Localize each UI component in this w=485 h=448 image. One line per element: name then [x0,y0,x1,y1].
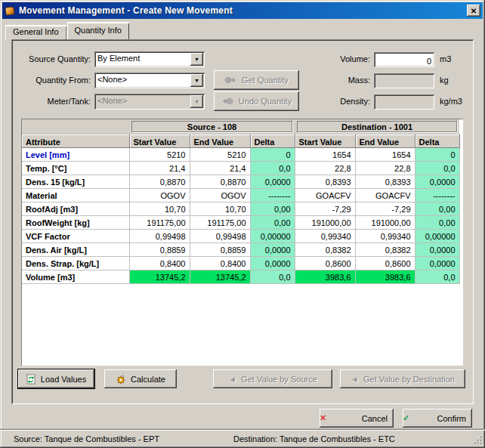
delta-cell: 0,0000 [250,243,295,257]
delta-cell: 0,0 [415,270,459,284]
value-cell: 0,8400 [190,257,250,270]
table-row[interactable]: RoofAdj [m3]10,7010,700,00-7,29-7,290,00 [22,202,459,216]
calculate-button[interactable]: Calculate [104,369,177,388]
value-cell: 0,8859 [190,243,250,257]
calculator-gear-icon [116,374,126,385]
value-cell: 13745,2 [190,270,250,284]
delta-cell: 0,0 [250,162,295,175]
get-value-by-destination-label: Get Value by Destination [363,375,455,384]
value-cell: 0,8859 [129,243,190,257]
value-cell: 0,8382 [295,243,355,257]
group-header-spacer [22,119,129,134]
attribute-label: Volume [m3] [22,270,129,284]
calculate-label: Calculate [131,375,165,384]
tab-quantity-info[interactable]: Quantity Info [67,22,129,39]
table-row[interactable]: Level [mm]521052100165416540 [22,148,459,162]
value-cell: 0,8870 [129,175,190,189]
delta-cell: -------- [415,189,459,202]
group-header-source: Source - 108 [131,121,292,132]
table-row[interactable]: Dens. Air [kg/L]0,88590,88590,00000,8382… [22,243,459,257]
status-source: Source: Tanque de Combustibles - EPT [14,434,159,443]
column-header-attribute: Attribute [22,134,129,148]
delta-cell: 0 [415,148,459,162]
meter-tank-select[interactable]: <None> ▼ [94,94,205,110]
attribute-grid[interactable]: Source - 108 Destination - 1001 Attribut… [21,119,463,366]
attribute-label: Material [22,189,129,202]
cancel-x-icon: ✕ [320,413,326,423]
value-cell: 10,70 [129,202,190,216]
table-row[interactable]: MaterialOGOVOGOV--------GOACFVGOACFV----… [22,189,459,202]
app-icon [5,5,16,16]
tab-general-info[interactable]: General Info [5,25,66,39]
column-header-start-value: Start Value [295,134,355,148]
delta-cell: 0,0 [415,162,459,175]
value-cell: -7,29 [295,202,355,216]
get-value-by-source-label: Get Value by Source [241,375,317,384]
cancel-button[interactable]: ✕ Cancel [320,409,394,428]
delta-cell: 0,00000 [415,230,459,243]
volume-input[interactable] [374,52,434,67]
value-cell: 0,99340 [295,230,355,243]
attribute-label: Dens. Strap. [kg/L] [22,257,129,270]
table-row[interactable]: RoofWeight [kg]191175,00191175,000,00191… [22,216,459,230]
value-cell: 0,99340 [355,230,415,243]
column-header-end-value: End Value [355,134,415,148]
value-cell: 0,8600 [355,257,415,270]
load-values-button[interactable]: Load Values [18,369,94,388]
value-cell: 0,8400 [129,257,190,270]
meter-tank-value: <None> [94,94,189,110]
get-value-by-destination-button[interactable]: ◄ Get Value by Destination [340,369,465,388]
delta-cell: 0,0000 [250,257,295,270]
get-quantity-label: Get Quantity [242,76,289,85]
value-cell: OGOV [190,189,250,202]
value-cell: 5210 [190,148,250,162]
delta-cell: 0,0000 [415,257,459,270]
value-cell: 3983,6 [295,270,355,284]
value-cell: 0,8870 [190,175,250,189]
status-destination: Destination: Tanque de Combustibles - ET… [233,434,395,443]
column-header-end-value: End Value [190,134,250,148]
resize-grip[interactable] [474,436,483,446]
density-label: Density: [298,97,370,106]
source-quantity-label: Source Quantity: [19,54,91,63]
density-input[interactable] [374,94,434,110]
table-row[interactable]: Dens. 15 [kg/L]0,88700,88700,00000,83930… [22,175,459,189]
undo-quantity-button[interactable]: Undo Quantity [214,91,299,111]
tab-label: General Info [13,27,59,36]
quantity-from-select[interactable]: <None> ▼ [94,73,205,88]
delta-cell: 0,00 [250,202,295,216]
table-row[interactable]: Volume [m3]13745,213745,20,03983,63983,6… [22,270,459,284]
get-quantity-button[interactable]: Get Quantity [214,70,299,90]
get-value-by-source-button[interactable]: ◄ Get Value by Source [213,369,332,388]
value-cell: 0,8393 [295,175,355,189]
table-row[interactable]: VCF Factor0,994980,994980,000000,993400,… [22,230,459,243]
mass-input[interactable] [374,73,434,88]
table-row[interactable]: Temp. [°C]21,421,40,022,822,80,0 [22,162,459,175]
arrow-left-icon: ◄ [228,375,236,384]
delta-cell: 0,00 [250,216,295,230]
confirm-check-icon: ✓ [403,413,409,423]
chevron-down-icon[interactable]: ▼ [190,74,203,87]
value-cell: 0,99498 [129,230,190,243]
confirm-label: Confirm [414,414,472,423]
confirm-button[interactable]: ✓ Confirm [403,409,472,428]
attribute-table-body: Level [mm]521052100165416540Temp. [°C]21… [22,148,459,284]
table-row[interactable]: Dens. Strap. [kg/L]0,84000,84000,00000,8… [22,257,459,270]
group-header-destination: Destination - 1001 [297,121,457,132]
attribute-label: VCF Factor [22,230,129,243]
column-header-delta: Delta [250,134,295,148]
title-bar[interactable]: Movement Management - Create New Movemen… [2,2,483,19]
value-cell: 191000,00 [295,216,355,230]
source-quantity-value: By Element [94,51,189,67]
status-bar: Source: Tanque de Combustibles - EPT Des… [0,430,485,446]
value-cell: GOACFV [295,189,355,202]
chevron-down-icon[interactable]: ▼ [190,53,203,66]
delta-cell: 0,0000 [415,243,459,257]
value-cell: 22,8 [355,162,415,175]
attribute-label: RoofWeight [kg] [22,216,129,230]
source-quantity-select[interactable]: By Element ▼ [94,51,205,67]
volume-unit: m3 [440,54,451,63]
tank-arrow-left-icon [221,97,234,106]
value-cell: 21,4 [129,162,190,175]
close-button[interactable]: ✕ [467,5,480,17]
